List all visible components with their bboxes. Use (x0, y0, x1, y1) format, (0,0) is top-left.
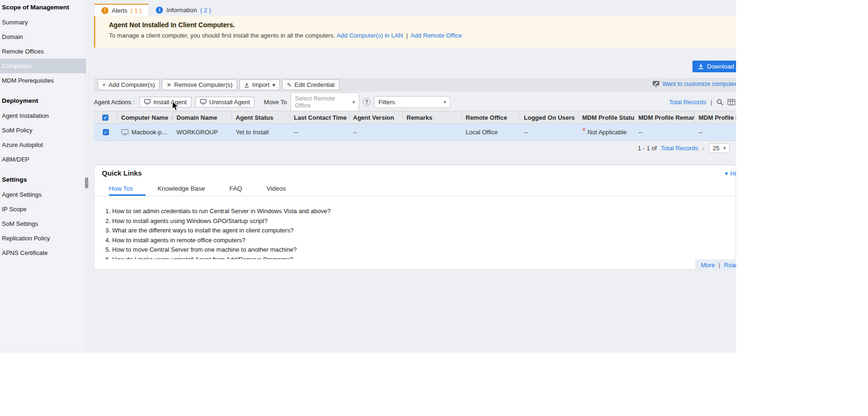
remove-computers-button[interactable]: ✕ Remove Computer(s) (162, 79, 237, 90)
search-icon[interactable] (716, 99, 723, 106)
help-icon[interactable]: ? (363, 98, 370, 106)
how-to-item[interactable]: What are the different ways to install t… (112, 226, 736, 236)
filters-select[interactable]: Filters ▾ (374, 96, 450, 108)
how-to-item[interactable]: How to move Central Server from one mach… (112, 245, 736, 255)
sidebar-item-agent-settings[interactable]: Agent Settings (0, 187, 86, 202)
column-header-remote-office[interactable]: Remote Office (462, 111, 520, 123)
add-computers-button[interactable]: + Add Computer(s) (98, 79, 160, 90)
sidebar-item-agent-installation[interactable]: Agent Installation (0, 108, 86, 123)
main-content: ! Alerts ( 1 ) i Information ( 2 ) Agent… (87, 0, 736, 353)
uninstall-agent-button[interactable]: Uninstall Agent (195, 97, 255, 108)
total-records-link[interactable]: Total Records (669, 99, 706, 106)
tab-knowledge-base[interactable]: Knowledge Base (146, 181, 217, 196)
mouse-cursor-icon (172, 101, 179, 113)
column-header-mdm-profile-installed[interactable]: MDM Profile I (695, 111, 736, 123)
quick-links-tabbar: How Tos Knowledge Base FAQ Videos (94, 181, 736, 196)
sidebar-heading-scope-of-management: Scope of Management (0, 1, 86, 15)
how-to-item[interactable]: How do I make users uninstall Agent from… (112, 255, 736, 260)
column-header-domain-name[interactable]: Domain Name (173, 111, 232, 123)
customize-computer-details-link[interactable]: Want to customize computer details? (662, 81, 736, 87)
sidebar-item-remote-offices[interactable]: Remote Offices (0, 44, 86, 59)
select-all-checkbox[interactable]: ✓ (102, 115, 108, 121)
tab-alerts-label: Alerts (112, 7, 127, 14)
quick-links-panel: Quick Links ▾ Hide How Tos Knowledge Bas… (94, 165, 736, 270)
install-agent-button[interactable]: Install Agent (139, 97, 192, 108)
column-chooser-icon[interactable] (728, 99, 735, 105)
sidebar-item-replication-policy[interactable]: Replication Policy (0, 231, 86, 246)
app-window: Scope of Management Summary Domain Remot… (0, 0, 736, 353)
info-icon: i (156, 7, 163, 14)
how-tos-list: How to set admin credentials to run Cent… (94, 196, 736, 259)
pagination-prev-icon[interactable]: ‹ (702, 145, 705, 152)
chevron-down-icon: ▾ (353, 99, 355, 105)
cell-mdm-profile-remark: -- (635, 124, 695, 140)
cell-mdm-profile-status: Not Applicable (588, 129, 627, 136)
sidebar-heading-deployment: Deployment (0, 88, 86, 108)
sidebar-heading-settings: Settings (0, 167, 86, 187)
add-remote-office-link[interactable]: Add Remote Office (410, 32, 462, 39)
pagination-total-records-link[interactable]: Total Records (661, 145, 698, 152)
sidebar-item-computers[interactable]: Computers (0, 59, 86, 73)
add-computers-in-lan-link[interactable]: Add Computer(s) in LAN (337, 32, 403, 39)
column-header-agent-status[interactable]: Agent Status (232, 111, 290, 123)
cell-remarks (403, 124, 462, 140)
sidebar-splitter-grip[interactable]: ⋮ (85, 177, 88, 188)
column-header-mdm-profile-status[interactable]: MDM Profile Status (578, 111, 635, 123)
tab-information-label: Information (166, 7, 197, 14)
sidebar-item-summary[interactable]: Summary (0, 15, 86, 30)
how-to-item[interactable]: How to install agents using Windows GPO/… (112, 216, 736, 226)
chevron-down-icon: ▾ (723, 145, 726, 151)
sidebar-item-apns-certificate[interactable]: APNS Certificate (0, 246, 86, 260)
page-size-select[interactable]: 25 ▾ (709, 143, 730, 153)
pagination-bar: 1 - 1 of Total Records ‹ 25 ▾ (94, 141, 736, 155)
sidebar-item-ip-scope[interactable]: IP Scope (0, 202, 86, 216)
column-header-last-contact-time[interactable]: Last Contact Time (290, 111, 349, 123)
computer-toolbar: + Add Computer(s) ✕ Remove Computer(s) I… (94, 78, 736, 92)
column-header-mdm-profile-remark[interactable]: MDM Profile Remark (635, 111, 695, 123)
divider: | (710, 99, 712, 106)
sidebar-item-abm-dep[interactable]: ABM/DEP (0, 152, 86, 167)
column-header-logged-on-users[interactable]: Logged On Users (520, 111, 578, 123)
sidebar-item-azure-autopilot[interactable]: Azure Autopilot (0, 138, 86, 152)
sidebar-item-domain[interactable]: Domain (0, 30, 86, 44)
column-header-computer-name[interactable]: Computer Name ▲▼ (117, 111, 173, 123)
install-agent-icon (144, 99, 151, 105)
import-icon (244, 82, 249, 88)
cell-computer-name: Macbook-p… (131, 129, 168, 136)
row-checkbox[interactable]: ✓ (103, 129, 109, 135)
alert-tabbar: ! Alerts ( 1 ) i Information ( 2 ) (94, 4, 736, 16)
table-row[interactable]: ✓ Macbook-p… WORKGROUP Yet to Install --… (94, 124, 736, 141)
import-button[interactable]: Import ▾ (239, 79, 280, 90)
hide-quick-links-link[interactable]: ▾ Hide (725, 170, 736, 177)
column-header-agent-version[interactable]: Agent Version (349, 111, 403, 123)
uninstall-agent-icon (200, 99, 207, 105)
chevron-down-icon: ▾ (725, 170, 728, 177)
more-link[interactable]: More (701, 262, 715, 269)
sidebar-item-mdm-prerequisites[interactable]: MDM Prerequisites (0, 73, 86, 88)
roadmap-link[interactable]: Roadmap (724, 262, 736, 269)
tab-faq[interactable]: FAQ (217, 181, 254, 196)
tab-information[interactable]: i Information ( 2 ) (149, 4, 218, 16)
cell-logged-on-users: -- (520, 124, 578, 140)
move-to-label: Move To (264, 99, 287, 106)
sidebar-item-som-policy[interactable]: SoM Policy (0, 123, 86, 138)
tab-information-count: ( 2 ) (200, 7, 211, 14)
sidebar-item-som-settings[interactable]: SoM Settings (0, 216, 86, 231)
download-icon (698, 63, 704, 69)
tab-videos[interactable]: Videos (254, 181, 298, 196)
tab-alerts[interactable]: ! Alerts ( 1 ) (94, 4, 149, 16)
quick-links-title: Quick Links (102, 169, 142, 177)
cell-agent-version: -- (349, 124, 403, 140)
download-agent-button[interactable]: Download Agent (692, 61, 736, 72)
how-to-item[interactable]: How to install agents in remote office c… (112, 236, 736, 246)
remote-office-select[interactable]: Select Remote Office ▾ (291, 92, 359, 111)
cell-agent-status: Yet to Install (232, 124, 290, 140)
warning-icon: ! (101, 7, 108, 14)
how-to-item[interactable]: How to set admin credentials to run Cent… (112, 207, 736, 216)
plus-icon: + (102, 82, 106, 88)
alert-banner: Agent Not Installed In Client Computers.… (94, 16, 736, 47)
tab-how-tos[interactable]: How Tos (109, 181, 146, 196)
edit-credential-button[interactable]: ✎ Edit Credential (282, 79, 339, 90)
column-header-remarks[interactable]: Remarks (403, 111, 462, 123)
computer-icon (121, 129, 129, 136)
